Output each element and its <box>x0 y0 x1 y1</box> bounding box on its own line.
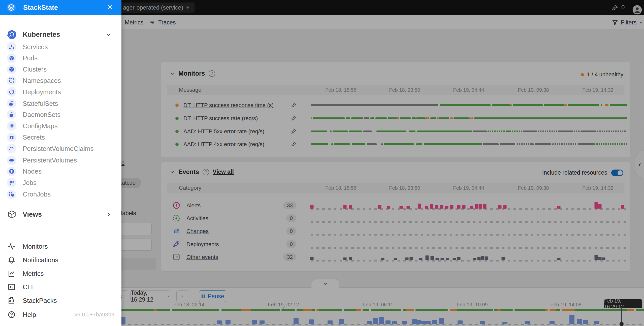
chevron-right-icon <box>106 212 111 217</box>
sidebar-item-label: Namespaces <box>23 77 61 85</box>
sidebar-item-label: ConfigMaps <box>23 122 58 130</box>
drawer-header: StackState ✕ <box>0 0 121 15</box>
close-icon[interactable]: ✕ <box>107 4 113 11</box>
volume-icon <box>7 155 16 165</box>
sidebar-item-secrets[interactable]: Secrets <box>0 132 121 143</box>
sidebar-item-label: StackPacks <box>23 297 57 305</box>
views-cube-icon <box>7 210 16 219</box>
nav-views[interactable]: Views <box>0 209 121 220</box>
sidebar-item-label: CLI <box>23 283 33 291</box>
sidebar-item-nodes[interactable]: Nodes <box>0 166 121 177</box>
screen: ager-operated (service) 0 Metrics Traces <box>0 0 644 326</box>
sidebar-item-deployments[interactable]: Deployments <box>0 86 121 97</box>
list-icon <box>7 121 16 131</box>
sidebar-item-cli[interactable]: CLI <box>0 281 121 292</box>
sidebar-item-label: CronJobs <box>23 190 51 198</box>
lock-icon <box>7 133 16 142</box>
sidebar-item-clusters[interactable]: Clusters <box>0 64 121 75</box>
sidebar-item-label: Pods <box>23 54 38 62</box>
grid-icon <box>7 178 16 187</box>
sidebar-item-cronjobs[interactable]: CronJobs <box>0 189 121 200</box>
pulse-icon <box>8 242 16 250</box>
brand-title: StackState <box>23 4 58 12</box>
rotate-arrow-icon <box>7 87 16 97</box>
kubernetes-icon <box>7 29 17 40</box>
sidebar-item-label: Services <box>23 43 48 51</box>
sidebar-item-label: Metrics <box>23 270 44 278</box>
sidebar-item-statefulsets[interactable]: StatefulSets <box>0 98 121 109</box>
sidebar-item-namespaces[interactable]: Namespaces <box>0 75 121 86</box>
chart-icon <box>8 270 16 278</box>
puzzle-icon <box>8 297 16 305</box>
sidebar-item-label: Monitors <box>23 243 48 250</box>
question-icon <box>8 311 16 319</box>
sidebar-item-jobs[interactable]: Jobs <box>0 177 121 188</box>
sidebar-item-label: Clusters <box>23 66 47 73</box>
sidebar-item-notifications[interactable]: Notifications <box>0 254 121 266</box>
sidebar-item-persistentvolumes[interactable]: PersistentVolumes <box>0 155 121 166</box>
version-label: v6.0.0+7ba93b3 <box>75 311 114 318</box>
sidebar-item-label: PersistentVolumes <box>23 156 77 164</box>
sidebar-item-label: DaemonSets <box>23 111 60 119</box>
cluster-icon <box>7 64 16 74</box>
terminal-icon <box>8 283 16 291</box>
sidebar-item-label: Jobs <box>23 179 37 187</box>
sidebar-item-label: Help <box>23 311 36 319</box>
sidebar-item-services[interactable]: Services <box>0 41 121 52</box>
stacked-set-icon <box>7 99 16 108</box>
cube-icon <box>7 53 16 63</box>
node-icon <box>7 167 16 176</box>
sidebar-item-label: Notifications <box>23 256 58 264</box>
sidebar-item-label: StatefulSets <box>23 100 58 108</box>
dashed-volume-icon <box>7 144 16 153</box>
stackstate-logo-icon <box>7 3 16 12</box>
sidebar-item-label: Nodes <box>23 168 42 175</box>
bell-icon <box>8 256 16 264</box>
daemon-set-icon <box>7 110 16 119</box>
dashed-square-icon <box>7 76 16 85</box>
sidebar-item-metrics[interactable]: Metrics <box>0 268 121 279</box>
sidebar-item-configmaps[interactable]: ConfigMaps <box>0 120 121 132</box>
sidebar-item-daemonsets[interactable]: DaemonSets <box>0 109 121 120</box>
sidebar-item-monitors[interactable]: Monitors <box>0 241 121 252</box>
sidebar-item-stackpacks[interactable]: StackPacks <box>0 295 121 306</box>
sidebar-item-label: Secrets <box>23 134 45 141</box>
drawer-divider <box>0 234 121 234</box>
sidebar-item-label: Deployments <box>23 88 61 96</box>
grid-clock-icon <box>7 189 16 199</box>
sidebar-item-label: PersistentVolumeClaims <box>23 145 94 153</box>
nav-kubernetes[interactable]: Kubernetes <box>0 29 121 40</box>
sidebar-item-persistentvolumeclaims[interactable]: PersistentVolumeClaims <box>0 143 121 154</box>
hierarchy-icon <box>7 42 16 52</box>
chevron-down-icon <box>105 31 111 38</box>
navigation-drawer: StackState ✕ Kubernetes ServicesPodsClus… <box>0 0 121 326</box>
nav-views-label: Views <box>23 211 42 218</box>
sidebar-item-pods[interactable]: Pods <box>0 53 121 64</box>
nav-kubernetes-label: Kubernetes <box>23 31 60 39</box>
